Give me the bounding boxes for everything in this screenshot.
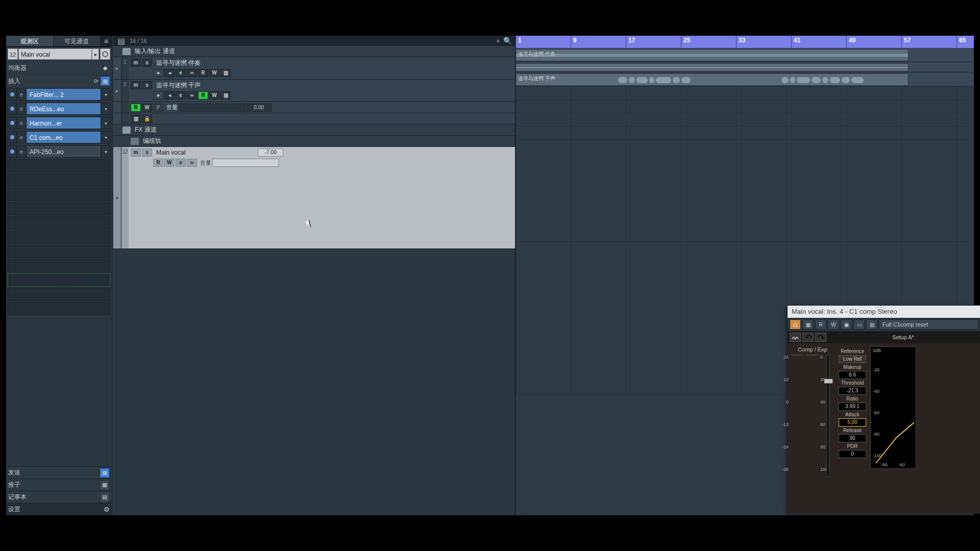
insert-edit-button[interactable]: e <box>17 88 26 101</box>
insert-name[interactable]: C1 com...eo <box>26 131 101 143</box>
mute-button[interactable]: m <box>131 59 141 67</box>
folder-fx[interactable]: FX 通道 <box>113 124 515 136</box>
write-button[interactable]: W <box>209 69 219 77</box>
solo-button[interactable]: s <box>142 81 152 89</box>
param-value[interactable]: Low Ref <box>839 355 866 363</box>
insert-power-button[interactable] <box>8 88 17 101</box>
inserts-section-header[interactable]: 插入 ⟳ ▦ <box>6 76 112 87</box>
insert-empty-slot[interactable] <box>8 288 110 301</box>
clip-lane-sub[interactable] <box>516 62 974 72</box>
arrange-lane[interactable] <box>516 100 974 113</box>
track-expand-handle[interactable]: ▸ <box>113 80 121 102</box>
insert-empty-slot[interactable] <box>8 216 110 230</box>
insert-name[interactable]: API-250...eo <box>26 145 101 158</box>
insert-name[interactable]: FabFilter... 2 <box>26 88 101 101</box>
arrange-lane[interactable] <box>516 87 974 100</box>
insert-power-button[interactable] <box>8 103 17 115</box>
insert-name[interactable]: RDeEss...eo <box>26 103 101 115</box>
track-expand-handle[interactable] <box>113 102 121 113</box>
plugin-titlebar[interactable]: Main vocal: Ins. 4 - C1 comp Stereo <box>788 306 980 318</box>
track-name[interactable]: Main vocal <box>156 149 185 156</box>
solo-button[interactable]: s <box>142 148 152 157</box>
add-track-icon[interactable]: + <box>496 37 500 45</box>
track-volume-value[interactable]: -7.00 <box>258 148 283 157</box>
insert-power-button[interactable] <box>8 117 17 129</box>
lanes-button[interactable]: ▥ <box>220 69 231 77</box>
timeline-ruler[interactable]: 1917253341495765 <box>516 36 974 48</box>
insert-menu-icon[interactable]: ▾ <box>101 88 110 101</box>
mute-button[interactable]: m <box>131 81 141 89</box>
insert-empty-slot[interactable] <box>8 202 110 215</box>
track-row-selected[interactable]: ▾ 12 m s Main vocal -7.00 R W e ∞ 音量 <box>113 147 515 249</box>
gear-icon[interactable]: ⚙ <box>104 506 110 513</box>
insert-edit-button[interactable]: e <box>17 145 26 158</box>
ruler-mark[interactable]: 9 <box>571 36 626 48</box>
insert-slot[interactable]: eC1 com...eo▾ <box>8 131 110 144</box>
insert-empty-slot[interactable] <box>8 259 110 272</box>
ruler-mark[interactable]: 33 <box>736 36 791 48</box>
insert-empty-slot[interactable] <box>8 173 110 187</box>
link-button[interactable]: ∞ <box>187 91 197 99</box>
automation-value-field[interactable] <box>212 159 279 167</box>
sends-expand-button[interactable]: ▦ <box>100 468 110 478</box>
fader-expand-button[interactable]: ▦ <box>100 480 110 490</box>
plugin-compare-button[interactable]: ▣ <box>841 319 852 330</box>
ruler-mark[interactable]: 1 <box>516 36 571 48</box>
inserts-expand-button[interactable]: ▦ <box>101 77 110 86</box>
param-value[interactable]: 0 <box>839 450 866 458</box>
clip-lane[interactable]: 追寻与迷惘 伴奏 <box>516 48 974 62</box>
folder-io[interactable]: 输入/输出 通道 <box>113 46 515 57</box>
insert-power-button[interactable] <box>8 131 17 143</box>
insert-menu-icon[interactable]: ▾ <box>101 117 110 129</box>
settings-row[interactable]: 设置 ⚙ <box>6 503 112 515</box>
arrange-lane-selected[interactable] <box>516 140 974 242</box>
insert-menu-icon[interactable]: ▾ <box>101 103 110 115</box>
insert-edit-button[interactable]: e <box>17 117 26 129</box>
plugin-snapshot-button[interactable]: ▭ <box>853 319 865 330</box>
eq-section-header[interactable]: 均衡器 ◆ <box>6 62 112 73</box>
insert-slot[interactable]: eAPI-250...eo▾ <box>8 145 110 158</box>
plugin-preset-field[interactable]: Full C1comp reset <box>879 319 978 330</box>
tracklist-view-icon[interactable]: ▤ <box>116 37 126 45</box>
record-button[interactable]: ● <box>153 69 163 77</box>
insert-slot[interactable]: eFabFilter... 2▾ <box>8 88 110 101</box>
insert-name[interactable]: Harmon...er <box>26 117 101 129</box>
link-button[interactable]: ∞ <box>187 69 197 77</box>
plugin-read-button[interactable]: R <box>815 319 826 330</box>
ruler-mark[interactable]: 25 <box>681 36 736 48</box>
arrange-lane[interactable] <box>516 113 974 127</box>
edit-button[interactable]: e <box>176 69 186 77</box>
automation-row[interactable]: R W P 音量 0.00 <box>113 102 515 113</box>
notepad-section-header[interactable]: 记事本 ▤ <box>6 491 112 503</box>
edit-button[interactable]: e <box>176 91 186 99</box>
plugin-bypass-button[interactable]: ▦ <box>802 319 814 330</box>
inserts-bypass-icon[interactable]: ⟳ <box>91 77 101 86</box>
insert-menu-icon[interactable]: ▾ <box>101 131 110 143</box>
tab-observe[interactable]: 观测区 <box>6 36 54 46</box>
ruler-mark[interactable]: 49 <box>846 36 901 48</box>
lanes-button[interactable]: ▥ <box>131 115 141 123</box>
undo-button[interactable]: ↶ <box>802 333 814 342</box>
ruler-mark[interactable]: 57 <box>901 36 957 48</box>
ruler-mark[interactable]: 17 <box>626 36 681 48</box>
insert-slot[interactable]: eRDeEss...eo▾ <box>8 102 110 115</box>
param-button[interactable]: P <box>153 104 163 112</box>
read-button[interactable]: R <box>198 91 208 99</box>
insert-empty-slot[interactable] <box>8 231 110 244</box>
read-button[interactable]: R <box>198 69 208 77</box>
insert-empty-slot-divider[interactable] <box>8 273 110 287</box>
ruler-mark[interactable]: 65 <box>957 36 980 48</box>
monitor-button[interactable]: ◂ <box>164 69 175 77</box>
threshold-slider[interactable] <box>826 355 829 477</box>
read-button[interactable]: R <box>131 104 141 112</box>
channel-name-field[interactable]: Main vocal <box>18 48 92 60</box>
tab-visible-channels[interactable]: 可见通道 <box>54 36 101 46</box>
param-value[interactable]: 5.00 <box>839 418 866 427</box>
track-name[interactable]: 追寻与迷惘 干声 <box>156 81 201 90</box>
notepad-expand-button[interactable]: ▤ <box>100 492 110 503</box>
track-name[interactable]: 追寻与迷惘 伴奏 <box>156 59 201 67</box>
plugin-write-button[interactable]: W <box>828 319 839 330</box>
track-expand-handle[interactable]: ▸ <box>113 57 121 79</box>
plugin-ab-button[interactable]: ▤ <box>866 319 877 330</box>
plugin-window[interactable]: Main vocal: Ins. 4 - C1 comp Stereo ⏻ ▦ … <box>787 305 980 513</box>
